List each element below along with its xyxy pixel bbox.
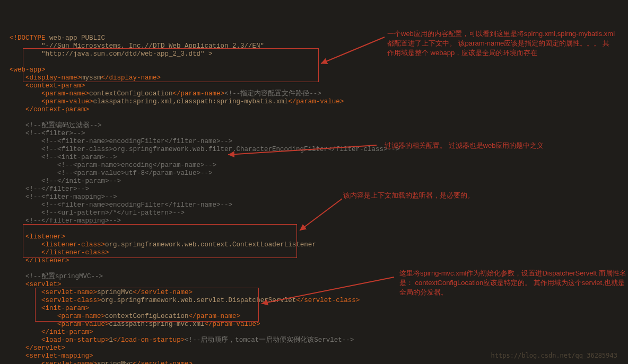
filter-commented-block: <!--<filter>--> <!--<filter-name>encodin… [10,130,399,225]
arrow-1 [318,34,387,66]
annotation-1: 一个web应用的内容配置，可以看到这里是将spirng.xml,spirng-m… [387,29,615,58]
svg-line-2 [300,199,342,230]
code-block: <!DOCTYPE web-app PUBLIC "-//Sun Microsy… [10,34,399,364]
arrow-3 [297,196,345,233]
watermark: https://blog.csdn.net/qq_36285943 [491,352,617,360]
annotation-4: 这里将spirng-mvc.xml作为初始化参数，设置进DispatcherSe… [399,269,627,297]
annotation-2: 过滤器的相关配置。 过滤器也是web应用的题中之义 [385,141,613,150]
svg-line-0 [321,37,385,64]
doctype-kw: <!DOCTYPE [10,34,49,42]
annotation-3: 该内容是上下文加载的监听器，是必要的。 [343,191,571,200]
